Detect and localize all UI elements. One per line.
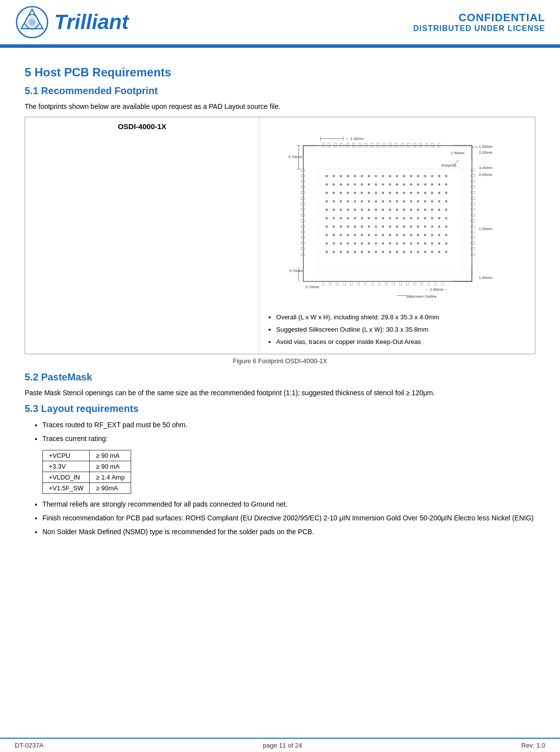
figure-left-panel: OSDI-4000-1X xyxy=(25,117,259,354)
svg-rect-36 xyxy=(471,220,475,222)
svg-point-227 xyxy=(333,242,335,245)
svg-point-204 xyxy=(424,225,426,228)
svg-point-196 xyxy=(368,225,370,228)
section5-3-bullets: Traces routed to RF_EXT pad must be 50 o… xyxy=(25,419,535,445)
svg-point-189 xyxy=(445,217,448,219)
svg-point-198 xyxy=(382,225,385,228)
svg-text:← 2.40mm →: ← 2.40mm → xyxy=(425,287,449,292)
section5-3-bullet2-1: Thermal reliefs are strongly recommended… xyxy=(42,499,535,511)
svg-rect-35 xyxy=(471,214,475,216)
section5-1-intro: The footprints shown below are available… xyxy=(25,102,535,112)
logo-area: Trilliant xyxy=(15,5,129,39)
svg-point-220 xyxy=(410,234,413,237)
svg-point-174 xyxy=(340,217,342,219)
svg-rect-20 xyxy=(301,220,305,222)
svg-text:0.70mm: 0.70mm xyxy=(306,285,319,289)
svg-point-205 xyxy=(431,225,434,228)
svg-point-160 xyxy=(368,208,370,211)
svg-point-109 xyxy=(389,183,391,186)
figure-bullets: Overall (L x W x H), including shield: 2… xyxy=(266,309,528,349)
svg-point-114 xyxy=(424,183,426,186)
svg-text:← 2.40mm: ← 2.40mm xyxy=(346,137,364,141)
main-content: 5 Host PCB Requirements 5.1 Recommended … xyxy=(0,48,560,552)
svg-point-175 xyxy=(347,217,350,219)
svg-point-170 xyxy=(438,208,441,211)
logo-text: Trilliant xyxy=(54,10,129,34)
svg-rect-47 xyxy=(347,143,349,147)
svg-point-104 xyxy=(354,183,356,186)
svg-rect-78 xyxy=(427,281,430,285)
svg-point-168 xyxy=(424,208,426,211)
svg-rect-55 xyxy=(395,143,398,147)
svg-point-223 xyxy=(431,234,434,237)
svg-rect-77 xyxy=(420,281,423,285)
svg-point-176 xyxy=(354,217,356,219)
svg-rect-79 xyxy=(435,281,437,285)
svg-rect-24 xyxy=(301,242,305,244)
svg-point-215 xyxy=(375,234,378,237)
svg-rect-56 xyxy=(401,143,404,147)
svg-point-197 xyxy=(375,225,378,228)
svg-rect-11 xyxy=(301,169,305,171)
svg-point-111 xyxy=(403,183,406,186)
svg-point-164 xyxy=(396,208,398,211)
svg-point-165 xyxy=(403,208,406,211)
svg-rect-44 xyxy=(328,143,331,147)
svg-point-97 xyxy=(431,175,434,177)
svg-point-129 xyxy=(403,192,406,194)
svg-point-210 xyxy=(340,234,342,237)
svg-point-233 xyxy=(375,242,378,245)
svg-point-207 xyxy=(445,225,448,228)
svg-point-257 xyxy=(417,251,420,253)
section5-3-bullet2-3: Non Solder Mask Defined (NSMD) type is r… xyxy=(42,526,535,538)
svg-point-256 xyxy=(410,251,413,253)
svg-rect-69 xyxy=(364,281,367,285)
svg-point-123 xyxy=(361,192,363,194)
svg-rect-17 xyxy=(301,203,305,205)
svg-point-187 xyxy=(431,217,434,219)
svg-rect-57 xyxy=(408,143,410,147)
figure-bullet-3: Avoid vias, traces or copper inside Keep… xyxy=(276,337,528,347)
svg-point-121 xyxy=(347,192,350,194)
svg-point-143 xyxy=(375,200,378,203)
svg-point-125 xyxy=(375,192,378,194)
svg-point-203 xyxy=(417,225,420,228)
svg-rect-34 xyxy=(471,208,475,211)
figure-right-panel: KeepOut xyxy=(259,117,535,354)
figure-left-title: OSDI-4000-1X xyxy=(33,122,251,131)
svg-point-103 xyxy=(347,183,350,186)
svg-point-151 xyxy=(431,200,434,203)
svg-point-243 xyxy=(445,242,448,245)
svg-point-239 xyxy=(417,242,420,245)
svg-point-106 xyxy=(368,183,370,186)
svg-text:5.70mm: 5.70mm xyxy=(288,155,302,159)
svg-point-242 xyxy=(438,242,441,245)
svg-point-102 xyxy=(340,183,342,186)
svg-rect-42 xyxy=(471,253,475,256)
table-row: +VLDO_IN ≥ 1.4 Amp xyxy=(43,472,131,482)
svg-rect-59 xyxy=(420,143,422,147)
svg-point-154 xyxy=(326,208,328,211)
svg-point-138 xyxy=(340,200,342,203)
svg-rect-37 xyxy=(471,225,475,228)
svg-point-200 xyxy=(396,225,398,228)
svg-point-192 xyxy=(340,225,342,228)
svg-point-230 xyxy=(354,242,356,245)
svg-rect-70 xyxy=(371,281,374,285)
svg-point-199 xyxy=(389,225,391,228)
svg-rect-71 xyxy=(379,281,381,285)
section5-3-heading: 5.3 Layout requirements xyxy=(25,403,535,414)
section5-2-heading: 5.2 PasteMask xyxy=(25,372,535,383)
svg-rect-73 xyxy=(392,281,395,285)
svg-rect-76 xyxy=(414,281,416,285)
svg-point-110 xyxy=(396,183,398,186)
svg-rect-80 xyxy=(442,281,444,285)
svg-point-231 xyxy=(361,242,363,245)
svg-point-241 xyxy=(431,242,434,245)
svg-point-108 xyxy=(382,183,385,186)
svg-text:0.70mm: 0.70mm xyxy=(289,269,303,273)
svg-point-255 xyxy=(403,251,406,253)
svg-point-1 xyxy=(29,19,35,26)
table-row: +3.3V ≥ 90 mA xyxy=(43,461,131,472)
svg-point-209 xyxy=(333,234,335,237)
